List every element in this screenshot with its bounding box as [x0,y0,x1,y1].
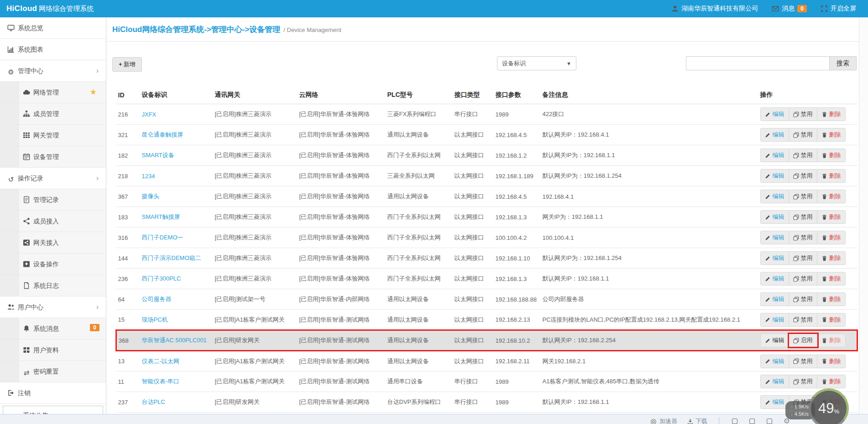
device-cloud: [已启用]华辰智通-体验网络 [298,166,386,186]
statusbar-accelerator[interactable]: ◎ 加速器 [650,417,677,424]
row-actions: 编辑禁用删除 [760,231,846,244]
disable-button[interactable]: 禁用 [789,149,817,162]
edit-button[interactable]: 编辑 [761,211,789,223]
enable-button[interactable]: 启用 [789,334,817,347]
device-id: 216 [116,104,140,125]
sidebar-item[interactable]: ⇄密码重置 [0,361,106,382]
delete-button[interactable]: 删除 [817,252,845,265]
delete-button[interactable]: 删除 [817,231,845,244]
edit-button[interactable]: 编辑 [761,355,789,368]
sidebar-item[interactable]: 系统图表 [0,39,106,60]
edit-button[interactable]: 编辑 [761,190,789,203]
device-id: 321 [116,125,140,145]
sidebar-item[interactable]: 网关接入 [0,232,106,254]
device-link[interactable]: SMART触摸屏 [142,213,180,220]
delete-button[interactable]: 删除 [817,375,845,388]
delete-button[interactable]: 删除 [817,313,845,326]
delete-button[interactable]: 删除 [817,108,845,121]
account-menu[interactable]: 湖南华辰智通科技有限公司 [671,5,758,13]
delete-button[interactable]: 删除 [817,272,845,285]
sidebar-item-label: 系统图表 [18,46,43,53]
delete-button[interactable]: 删除 [817,170,845,182]
disable-button[interactable]: 禁用 [789,170,817,182]
disable-button[interactable]: 禁用 [789,272,817,285]
sidebar-item[interactable]: 网关管理 [0,125,106,146]
delete-button[interactable]: 删除 [817,149,845,162]
sidebar-item[interactable]: 注销 [0,382,106,404]
sidebar-item[interactable]: 成员管理 [0,103,106,125]
edit-button[interactable]: 编辑 [761,272,789,285]
disable-button[interactable]: 禁用 [789,313,817,326]
device-link[interactable]: 西门子演示DEMO箱二 [142,254,201,261]
sidebar-item[interactable]: 管理记录 [0,189,106,211]
sidebar-item[interactable]: 系统总览 [0,17,106,39]
disable-button[interactable]: 禁用 [789,190,817,203]
edit-button[interactable]: 编辑 [761,252,789,265]
statusbar-tool-icon[interactable]: ▢ [731,417,738,424]
filter-field-value: 设备标识 [502,59,526,68]
device-link[interactable]: 西门子DEMO一 [142,234,183,241]
device-link[interactable]: JXFX [142,111,157,118]
device-link[interactable]: 华辰智通AC 500PLC001 [142,337,207,344]
disable-button[interactable]: 禁用 [789,211,817,223]
disable-button[interactable]: 禁用 [789,355,817,368]
sidebar-item[interactable]: ⚙管理中心› [0,60,106,82]
delete-button[interactable]: 删除 [817,190,845,203]
edit-button[interactable]: 编辑 [761,108,789,121]
percent-unit: % [834,408,839,415]
disable-button[interactable]: 禁用 [789,128,817,141]
disable-button[interactable]: 禁用 [789,252,817,265]
device-link[interactable]: 仪表二-以太网 [142,358,179,365]
edit-button[interactable]: 编辑 [761,149,789,162]
edit-button[interactable]: 编辑 [761,375,789,388]
disable-button[interactable]: 禁用 [789,108,817,121]
device-link[interactable]: 昆仑通泰触摸屏 [142,131,183,138]
device-link[interactable]: 西门子300PLC [142,275,181,282]
device-link[interactable]: 台达PLC [142,398,165,405]
messages-menu[interactable]: 消息 0 [772,5,807,13]
favorite-star-icon[interactable]: ★ [90,82,97,103]
sidebar-item[interactable]: 系统消息0 [0,318,106,339]
device-iface-type: 以太网接口 [453,186,494,207]
disable-button[interactable]: 禁用 [789,293,817,306]
edit-button[interactable]: 编辑 [761,334,789,347]
statusbar-tool-icon[interactable]: ▢ [766,417,773,424]
sidebar-item[interactable]: 设备管理 [0,146,106,168]
edit-button[interactable]: 编辑 [761,170,789,182]
filter-field-select[interactable]: 设备标识 ▼ [497,56,576,70]
fullscreen-button[interactable]: 开启全屏 [821,5,856,13]
delete-button[interactable]: 删除 [817,355,845,368]
percent-ring-widget[interactable]: 49 % [809,388,849,424]
sidebar-item[interactable]: 成员接入 [0,211,106,232]
disable-button[interactable]: 禁用 [789,375,817,388]
search-input[interactable] [686,56,829,70]
device-link[interactable]: 智能仪表-串口 [142,378,179,385]
add-device-button[interactable]: +新增 [112,57,142,72]
edit-button[interactable]: 编辑 [761,128,789,141]
statusbar-download[interactable]: 下载 [687,417,707,424]
sidebar-item[interactable]: 网络管理★ [0,82,106,103]
device-link[interactable]: 现场PC机 [142,316,168,323]
disable-button[interactable]: 禁用 [789,231,817,244]
device-id: 367 [116,186,140,207]
sidebar-item[interactable]: 用户中心› [0,297,106,318]
edit-button[interactable]: 编辑 [761,313,789,326]
device-link[interactable]: SMART设备 [142,152,174,159]
delete-button[interactable]: 删除 [817,128,845,141]
device-link[interactable]: 公司服务器 [142,296,172,302]
search-button[interactable]: 搜索 [829,56,857,70]
edit-button[interactable]: 编辑 [761,231,789,244]
delete-button[interactable]: 删除 [817,334,845,347]
sidebar-item[interactable]: 用户资料 [0,339,106,361]
edit-button[interactable]: 编辑 [761,396,789,408]
scrollbar-track[interactable] [859,17,868,424]
edit-button[interactable]: 编辑 [761,293,789,306]
delete-button[interactable]: 删除 [817,211,845,223]
delete-button[interactable]: 删除 [817,293,845,306]
statusbar-tool-icon[interactable]: ▢ [748,417,756,424]
device-link[interactable]: 摄像头 [142,193,160,200]
sidebar-item[interactable]: 系统日志 [0,275,106,297]
device-link[interactable]: 1234 [142,173,155,180]
sidebar-item[interactable]: ↺操作记录› [0,168,106,189]
sidebar-item[interactable]: 设备操作 [0,254,106,275]
